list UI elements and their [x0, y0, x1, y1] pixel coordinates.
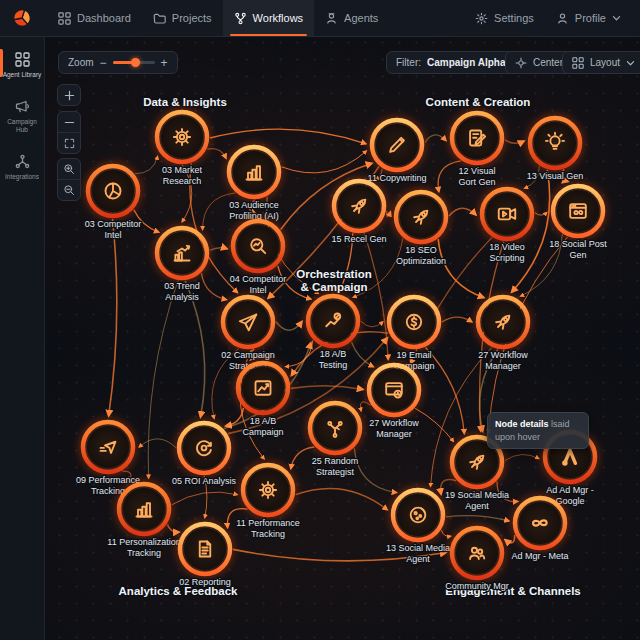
- workflow-node-rg[interactable]: 15 Recel Gen: [331, 181, 386, 244]
- chevron-down-icon: [612, 14, 621, 22]
- workflow-node-rep[interactable]: 02 Reporting: [179, 524, 231, 587]
- workflow-node-rs[interactable]: 25 RandomStrategist: [310, 403, 360, 477]
- graph-edge: [276, 321, 302, 330]
- gear-icon: [475, 12, 488, 25]
- nav-item-projects[interactable]: Projects: [142, 0, 223, 36]
- zoom-out-button[interactable]: [58, 179, 80, 200]
- brand-logo-icon[interactable]: [11, 7, 33, 29]
- section-header: Data & Insights: [143, 96, 227, 108]
- graph-edge: [505, 455, 539, 461]
- nav-label: Dashboard: [77, 12, 131, 24]
- grid-icon: [15, 52, 30, 67]
- graph-edge: [505, 535, 515, 543]
- zoom-label: Zoom: [68, 57, 94, 68]
- workflow-node-wmm[interactable]: 27 WorkflowManager: [369, 365, 419, 439]
- node-label: 12 VisualGort Gen: [458, 166, 495, 187]
- layout-label: Layout: [590, 57, 620, 68]
- tooltip-muted: lsaid: [551, 419, 570, 429]
- workflow-node-sm13[interactable]: 13 Social MediaAgent: [386, 490, 450, 564]
- node-label: 18 A/BTesting: [319, 349, 348, 370]
- section-header: Content & Creation: [426, 96, 531, 108]
- graph-edge: [442, 530, 451, 536]
- graph-edge: [139, 439, 176, 448]
- workflow-node-spg[interactable]: 18 Social PostGen: [549, 186, 607, 260]
- nav-item-agents[interactable]: Agents: [314, 0, 389, 36]
- graph-edge: [207, 149, 226, 159]
- collapse-button[interactable]: [58, 112, 80, 132]
- node-label: 11 Copywriting: [368, 173, 427, 183]
- node-label: Community Mgr: [445, 581, 509, 591]
- workflow-node-vg12[interactable]: 12 VisualGort Gen: [452, 113, 502, 187]
- node-label: 27 WorkflowManager: [369, 418, 419, 439]
- workflow-node-vg13[interactable]: 13 Visual Gen: [527, 118, 583, 181]
- workflow-node-pt11[interactable]: 11 PerformanceTracking: [236, 465, 299, 539]
- graph-edge: [167, 524, 179, 532]
- workflow-node-pt09[interactable]: 09 PerformanceTracking: [76, 422, 140, 496]
- node-label: 03 TrendAnalysis: [164, 281, 200, 302]
- sidebar-item-campaign-hub[interactable]: Campaign Hub: [0, 99, 44, 134]
- nav-item-settings[interactable]: Settings: [464, 12, 545, 25]
- layout-dropdown[interactable]: Layout: [562, 51, 640, 74]
- fit-screen-button[interactable]: [58, 132, 80, 153]
- nav-item-dashboard[interactable]: Dashboard: [47, 0, 142, 36]
- workflow-node-cw[interactable]: 11 Copywriting: [368, 120, 427, 183]
- graph-edge: [438, 239, 484, 298]
- node-hover-tooltip: Node details lsaid upon hover: [487, 412, 589, 449]
- nav-label: Agents: [344, 12, 378, 24]
- chevron-down-icon: [626, 59, 635, 67]
- workflow-node-ec[interactable]: 19 EmailCampaign: [389, 297, 439, 371]
- tooltip-title: Node details: [495, 419, 549, 429]
- zoom-slider[interactable]: [113, 61, 155, 64]
- canvas-zoom-group: [57, 158, 81, 201]
- graph-edge: [438, 161, 461, 192]
- filter-label: Filter:: [396, 57, 421, 68]
- zoom-plus-button[interactable]: +: [161, 57, 168, 69]
- workflow-node-mr[interactable]: 03 MarketResearch: [157, 112, 207, 186]
- add-node-button[interactable]: [58, 85, 80, 105]
- zoom-control: Zoom − +: [58, 51, 178, 74]
- workflow-branch-icon: [234, 12, 247, 25]
- left-sidebar: Agent Library Campaign Hub Integrations: [0, 36, 45, 640]
- sidebar-item-integrations[interactable]: Integrations: [0, 154, 44, 181]
- canvas-view-group: [57, 111, 81, 154]
- nav-item-profile[interactable]: Profile: [545, 12, 632, 25]
- nav-label: Projects: [172, 12, 212, 24]
- workflow-node-seo[interactable]: 18 SEOOptimization: [396, 192, 446, 266]
- node-label: 27 WorkflowManager: [478, 350, 528, 371]
- node-label: 18 SEOOptimization: [396, 245, 446, 266]
- nav-label: Workflows: [253, 12, 304, 24]
- graph-edge: [442, 317, 472, 322]
- node-label: 18 VideoScripting: [489, 242, 524, 263]
- merge-icon: [15, 154, 30, 169]
- fit-screen-icon: [64, 138, 75, 149]
- workflow-graph: Data & InsightsContent & CreationOrchest…: [0, 0, 640, 640]
- workflow-node-adm[interactable]: Ad Mgr - Meta: [511, 498, 568, 561]
- megaphone-icon: [15, 99, 30, 114]
- tooltip-line2: upon hover: [495, 432, 540, 442]
- node-label: 03 AudienceProfiling (AI): [229, 200, 279, 221]
- graph-edge: [172, 492, 238, 505]
- sidebar-item-agent-library[interactable]: Agent Library: [0, 52, 44, 79]
- plus-icon: [64, 90, 75, 101]
- workflow-node-ci04[interactable]: 04 CompetitorIntel: [230, 221, 287, 295]
- crosshair-icon: [515, 57, 527, 69]
- node-label: Ad Mgr - Meta: [511, 551, 568, 561]
- workflow-node-cs[interactable]: 02 CampaignStrategist: [221, 297, 275, 371]
- workflow-node-cm[interactable]: Community Mgr: [445, 528, 509, 591]
- node-label: 15 Recel Gen: [331, 234, 386, 244]
- workflow-node-vs[interactable]: 18 VideoScripting: [482, 189, 532, 263]
- sidebar-label: Campaign Hub: [2, 118, 42, 134]
- workflow-node-ap[interactable]: 03 AudienceProfiling (AI): [229, 147, 279, 221]
- zoom-slider-knob[interactable]: [131, 58, 140, 67]
- zoom-in-button[interactable]: [58, 159, 80, 179]
- node-label: 05 ROI Analysis: [172, 476, 237, 486]
- node-label: 25 RandomStrategist: [312, 456, 359, 477]
- workflow-node-abt[interactable]: 18 A/BTesting: [308, 296, 358, 370]
- workflow-node-roi[interactable]: 05 ROI Analysis: [172, 423, 237, 486]
- nav-item-workflows[interactable]: Workflows: [223, 0, 315, 36]
- grid-icon: [58, 12, 71, 25]
- zoom-minus-button[interactable]: −: [100, 57, 107, 69]
- sidebar-label: Integrations: [2, 173, 42, 181]
- nav-label: Settings: [494, 12, 534, 24]
- workflow-node-ci03[interactable]: 03 CompetitorIntel: [85, 166, 142, 240]
